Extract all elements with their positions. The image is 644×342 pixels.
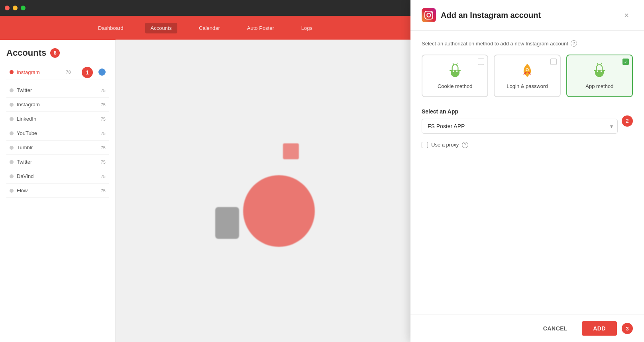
step-badge-3: 3 (622, 323, 633, 334)
nav-autoposter: Auto Poster (242, 23, 280, 33)
method-label-cookie: Cookie method (438, 83, 472, 90)
nav-calendar: Calendar (193, 23, 226, 33)
accounts-title: Accounts 8 (6, 48, 109, 58)
panel-header-left: Add an Instagram account (422, 8, 541, 22)
svg-point-3 (526, 69, 528, 71)
instagram-panel: Add an Instagram account × Select an aut… (410, 0, 644, 342)
sidebar-indicator-instagram (98, 68, 106, 76)
method-card-app[interactable]: ✓ App method (566, 55, 633, 97)
app-select-wrapper: FS Poster APP Custom App ▾ (422, 119, 618, 134)
app-select[interactable]: FS Poster APP Custom App (422, 119, 618, 134)
sidebar: Accounts 8 Instagram 78 1 Twitter 75 Ins… (0, 40, 116, 342)
sidebar-label-instagram: Instagram (17, 69, 40, 75)
method-label-login: Login & password (507, 83, 548, 90)
maximize-dot (21, 6, 26, 10)
svg-point-5 (601, 70, 602, 72)
sidebar-item-flow: Flow 75 (6, 184, 109, 198)
method-checkbox-login (550, 59, 557, 65)
method-checkbox-cookie (478, 59, 484, 65)
sidebar-item-davinci: DaVinci 75 (6, 169, 109, 184)
sidebar-dot-3 (10, 117, 14, 121)
top-navigation: Dashboard Accounts Calendar Auto Poster … (0, 16, 410, 40)
proxy-checkbox[interactable] (422, 142, 428, 148)
method-cards-container: Cookie method Login & password ✓ (422, 55, 633, 97)
svg-point-1 (456, 70, 457, 72)
sidebar-item-instagram: Instagram 78 (6, 64, 109, 80)
panel-body: Select an authorization method to add a … (410, 31, 644, 315)
sidebar-item-twitter2: Twitter 75 (6, 155, 109, 169)
android-icon-app (591, 62, 608, 79)
sidebar-item-linkedin: LinkedIn 75 (6, 112, 109, 126)
panel-subtitle: Select an authorization method to add a … (422, 40, 633, 47)
nav-logs: Logs (296, 23, 318, 33)
window-titlebar (0, 0, 410, 16)
step-badge-1: 1 (82, 67, 93, 78)
rocket-icon (518, 62, 536, 79)
close-button[interactable]: × (620, 9, 633, 21)
sidebar-dot-4 (10, 131, 14, 135)
nav-accounts: Accounts (145, 23, 177, 33)
add-button[interactable]: ADD (582, 321, 617, 336)
instagram-icon (422, 8, 436, 22)
sidebar-item-twitter1: Twitter 75 (6, 83, 109, 98)
sidebar-item-youtube: YouTube 75 (6, 126, 109, 141)
accounts-badge: 8 (50, 48, 60, 58)
sidebar-dot-5 (10, 146, 14, 150)
select-app-label: Select an App (422, 108, 618, 115)
select-app-row: Select an App FS Poster APP Custom App ▾… (422, 108, 633, 134)
android-icon-cookie (446, 62, 464, 79)
cancel-button[interactable]: CANCEL (534, 321, 577, 336)
method-checkbox-app: ✓ (622, 59, 629, 65)
svg-point-0 (452, 70, 454, 72)
method-label-app: App method (585, 83, 613, 90)
sidebar-dot-7 (10, 174, 14, 178)
main-content-background (116, 40, 410, 342)
sidebar-dot-1 (10, 88, 14, 92)
close-dot (5, 6, 10, 10)
sidebar-dot-6 (10, 160, 14, 164)
sidebar-item-tumblr: Tumblr 75 (6, 141, 109, 155)
help-icon[interactable]: ? (571, 40, 577, 47)
proxy-label[interactable]: Use a proxy (431, 142, 459, 148)
proxy-row: Use a proxy ? (422, 142, 633, 148)
panel-footer: CANCEL ADD 3 (410, 315, 644, 342)
sidebar-item-instagram2: Instagram 75 (6, 98, 109, 112)
method-card-login[interactable]: Login & password (494, 55, 560, 97)
accounts-label: Accounts (6, 48, 46, 58)
sidebar-count-instagram: 78 (66, 70, 71, 74)
nav-dashboard: Dashboard (92, 23, 129, 33)
minimize-dot (13, 6, 18, 10)
proxy-help-icon[interactable]: ? (462, 142, 468, 148)
sidebar-dot-instagram (10, 70, 14, 74)
panel-header: Add an Instagram account × (410, 0, 644, 31)
panel-title: Add an Instagram account (441, 11, 541, 20)
step-badge-2: 2 (622, 115, 633, 127)
method-card-cookie[interactable]: Cookie method (422, 55, 488, 97)
sidebar-dot-2 (10, 103, 14, 107)
svg-point-4 (597, 70, 599, 72)
sidebar-dot-8 (10, 189, 14, 193)
